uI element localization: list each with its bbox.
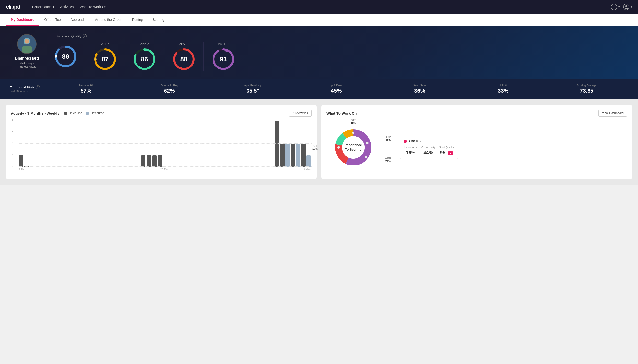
stats-bar: Traditional Stats ? Last 20 rounds Fairw… (0, 79, 638, 99)
bar-chart: 4 3 2 1 0 (11, 120, 312, 171)
stat-fairways-hit: Fairways Hit 57% (44, 84, 128, 94)
metric-opportunity: Opportunity 44% (421, 146, 435, 156)
logo[interactable]: clippd (6, 4, 20, 10)
tab-off-the-tee[interactable]: Off the Tee (39, 14, 66, 26)
nav-activities[interactable]: Activities (60, 4, 74, 10)
legend-on-course-dot (64, 112, 67, 115)
view-dashboard-button[interactable]: View Dashboard (598, 110, 627, 116)
nav-performance[interactable]: Performance ▾ (32, 4, 54, 10)
svg-point-30 (352, 132, 354, 134)
gauge-app-ring: 86 (133, 48, 156, 71)
x-axis-labels: 7 Feb 28 Mar 9 May (18, 167, 312, 171)
nav-right: ▾ ▾ (610, 4, 632, 10)
tab-scoring[interactable]: Scoring (148, 14, 169, 26)
gauge-ott-label: OTT ↗ (101, 42, 109, 46)
gauge-putt-label: PUTT ↗ (218, 42, 229, 46)
shot-quality-badge: ▼ (448, 151, 453, 155)
donut-label-arg: ARG 21% (385, 157, 391, 162)
stats-label-group: Traditional Stats ? Last 20 rounds (10, 85, 44, 93)
metric-importance: Importance 16% (404, 146, 417, 156)
stat-sand-save: Sand Save 36% (378, 84, 461, 94)
quality-section: Total Player Quality ? 88 OTT (54, 34, 628, 71)
player-info: Blair McHarg United Kingdom Plus Handica… (10, 34, 44, 68)
gauge-putt-value: 93 (220, 56, 227, 63)
gauges-row: 88 OTT ↗ 87 (54, 42, 628, 71)
wtwon-title: What To Work On (326, 111, 357, 116)
gauge-arg-ring: 88 (172, 48, 196, 71)
hero-section: Blair McHarg United Kingdom Plus Handica… (0, 26, 638, 79)
activity-panel: Activity - 3 Months - Weekly On course O… (6, 105, 317, 179)
bottom-panels: Activity - 3 Months - Weekly On course O… (0, 99, 638, 185)
info-card-dot (404, 140, 407, 143)
activity-panel-header: Activity - 3 Months - Weekly On course O… (11, 110, 312, 116)
svg-rect-9 (24, 44, 30, 44)
donut-label-app: APP 12% (385, 136, 391, 142)
donut-svg (331, 126, 375, 170)
stats-sublabel: Last 20 rounds (10, 90, 44, 93)
stat-greens-in-reg: Greens In Reg 62% (128, 84, 211, 94)
svg-point-21 (180, 67, 183, 70)
tab-my-dashboard[interactable]: My Dashboard (6, 14, 39, 26)
avatar (17, 34, 37, 54)
gauge-arg: ARG ↗ 88 (164, 42, 204, 71)
info-card-title: ARG Rough (404, 139, 454, 143)
svg-point-4 (625, 5, 627, 7)
gauge-app: APP ↗ 86 (125, 42, 164, 71)
gauge-arg-label: ARG ↗ (179, 42, 188, 46)
gauge-ott-ring: 87 (93, 48, 117, 71)
gauge-app-value: 86 (141, 56, 148, 63)
svg-point-32 (364, 156, 367, 158)
stat-up-down: Up & Down 45% (295, 84, 378, 94)
donut-label-putt: PUTT 57% (312, 144, 319, 150)
wtwon-panel-header: What To Work On View Dashboard (326, 110, 627, 116)
nav-links: Performance ▾ Activities What To Work On (32, 4, 603, 10)
quality-label: Total Player Quality ? (54, 34, 628, 38)
tab-approach[interactable]: Approach (66, 14, 90, 26)
svg-rect-7 (22, 46, 32, 54)
player-country: United Kingdom (17, 62, 37, 65)
topnav: clippd Performance ▾ Activities What To … (0, 0, 638, 14)
chart-grid-area: 4 3 2 1 0 (18, 120, 312, 167)
tabs-bar: My Dashboard Off the Tee Approach Around… (0, 14, 638, 26)
gauge-ott-value: 87 (102, 56, 109, 63)
stat-app-proximity: App. Proximity 35'5" (211, 84, 295, 94)
player-name: Blair McHarg (15, 56, 39, 61)
gauge-putt-ring: 93 (211, 48, 235, 71)
logo-text: clippd (6, 4, 20, 10)
legend-on-course: On course (64, 112, 82, 115)
gauge-ott: OTT ↗ 87 (85, 42, 125, 71)
activity-panel-title: Activity - 3 Months - Weekly (11, 111, 59, 116)
gauge-overall-ring: 88 (54, 45, 77, 68)
stat-scoring-average: Scoring Average 73.85 (545, 84, 628, 94)
user-menu-button[interactable]: ▾ (623, 4, 632, 10)
tab-around-the-green[interactable]: Around the Green (90, 14, 127, 26)
nav-what-to-work-on[interactable]: What To Work On (80, 4, 106, 10)
gauge-arg-value: 88 (180, 56, 187, 63)
svg-point-8 (25, 39, 29, 44)
donut-section: OTT 10% APP 12% ARG 21% PUTT 57% (326, 120, 627, 174)
player-handicap: Plus Handicap (17, 65, 36, 68)
gauge-putt: PUTT ↗ 93 (204, 42, 243, 71)
svg-point-24 (226, 50, 228, 52)
add-button[interactable]: ▾ (610, 4, 620, 10)
stat-1-putt: 1 Putt 33% (461, 84, 545, 94)
svg-point-31 (366, 142, 369, 144)
svg-point-15 (94, 58, 97, 60)
legend-off-course: Off course (86, 112, 104, 115)
svg-point-33 (337, 146, 340, 149)
donut-chart: OTT 10% APP 12% ARG 21% PUTT 57% (326, 120, 380, 174)
svg-point-18 (144, 49, 147, 51)
all-activities-button[interactable]: All Activities (289, 110, 312, 116)
gauge-overall: 88 (54, 45, 85, 68)
legend-off-course-dot (86, 112, 89, 115)
chart-legend: On course Off course (64, 112, 104, 115)
stats-help-icon[interactable]: ? (36, 85, 40, 89)
svg-point-12 (55, 55, 57, 58)
metric-shot-quality: Shot Quality 95 ▼ (439, 146, 454, 156)
what-to-work-on-panel: What To Work On View Dashboard OTT 10% A… (321, 105, 632, 179)
gauge-app-label: APP ↗ (140, 42, 149, 46)
quality-help-icon[interactable]: ? (83, 34, 87, 38)
info-card: ARG Rough Importance 16% Opportunity 44%… (400, 136, 458, 159)
tab-putting[interactable]: Putting (127, 14, 148, 26)
gauge-overall-value: 88 (62, 53, 69, 60)
